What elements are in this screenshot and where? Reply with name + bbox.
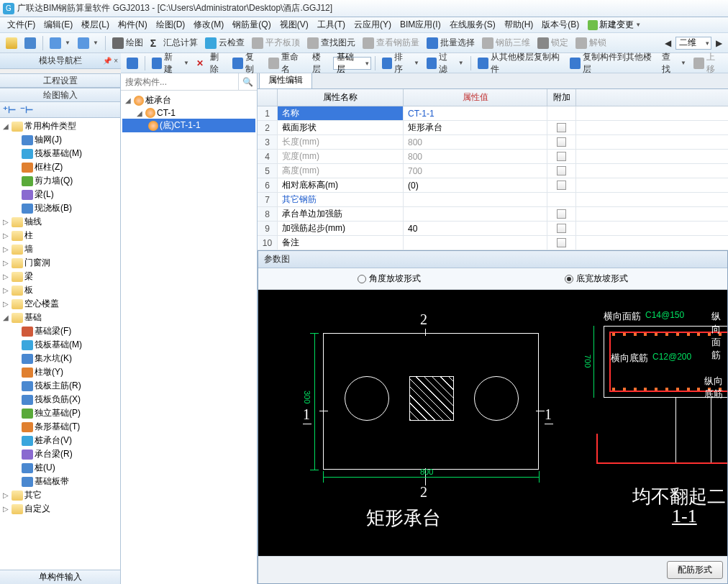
copyto-button[interactable]: 复制构件到其他楼层 [567, 50, 658, 77]
unlock-button[interactable]: 解锁 [573, 35, 609, 50]
up-button[interactable]: 上移 [691, 50, 725, 77]
radio-angle[interactable]: 角度放坡形式 [358, 273, 421, 285]
property-row[interactable]: 5高度(mm)700 [258, 164, 728, 178]
proj-settings[interactable]: 工程设置 [0, 73, 120, 88]
rename-button[interactable]: 重命名 [265, 50, 308, 77]
property-row[interactable]: 3长度(mm)800 [258, 135, 728, 150]
sort-button[interactable]: 排序▼ [379, 50, 422, 77]
tree-node[interactable]: 桩承台(V) [0, 434, 120, 447]
property-row[interactable]: 1名称CT-1-1 [258, 106, 728, 121]
menu-modify[interactable]: 修改(M) [189, 17, 228, 32]
find-button[interactable]: 查找▼ [659, 50, 689, 77]
pin-icon[interactable]: 📌 × [103, 57, 118, 65]
draw-input[interactable]: 绘图输入 [0, 88, 120, 102]
tree-node[interactable]: 现浇板(B) [0, 201, 120, 215]
new-button[interactable]: 新建▼ [149, 50, 192, 77]
expand-icon[interactable]: ⁺⊢ [3, 104, 16, 115]
menu-view[interactable]: 视图(V) [276, 17, 313, 32]
tree-node[interactable]: 框柱(Z) [0, 160, 120, 174]
menu-component[interactable]: 构件(N) [114, 17, 152, 32]
redo-button[interactable]: ▼ [75, 36, 101, 50]
single-input-tab[interactable]: 单构件输入 [0, 570, 121, 584]
tree-node[interactable]: ▷自定义 [0, 502, 120, 516]
view-prev[interactable]: ◀ [662, 37, 674, 50]
tree-node[interactable]: ◢基础 [0, 311, 120, 324]
flat-button[interactable]: 平齐板顶 [249, 35, 303, 50]
tree-node[interactable]: ▷墙 [0, 242, 120, 256]
draw-button[interactable]: 绘图 [109, 35, 146, 50]
rebar-form-button[interactable]: 配筋形式 [667, 561, 723, 579]
view-rebar-button[interactable]: 查看钢筋量 [360, 35, 422, 50]
save-button[interactable] [22, 36, 39, 50]
tree-node[interactable]: 基础梁(F) [0, 324, 120, 338]
property-row[interactable]: 6相对底标高(m)(0) [258, 178, 728, 193]
checkbox[interactable] [557, 181, 566, 190]
tree-node[interactable]: ▷空心楼盖 [0, 297, 120, 311]
tree-node[interactable]: 基础板带 [0, 475, 120, 488]
sum-button[interactable]: Σ 汇总计算 [147, 35, 201, 50]
tree-node[interactable]: ▷板 [0, 283, 120, 297]
tree-node[interactable]: 集水坑(K) [0, 352, 120, 365]
search-input[interactable] [121, 73, 238, 90]
tree-leaf-selected[interactable]: (底)CT-1-1 [122, 119, 255, 132]
rebar3d-button[interactable]: 钢筋三维 [479, 35, 533, 50]
checkbox[interactable] [557, 238, 566, 247]
tree-node[interactable]: 独立基础(P) [0, 406, 120, 420]
tree-node[interactable]: ◢常用构件类型 [0, 119, 120, 133]
view-next[interactable]: ▶ [713, 37, 725, 50]
tree-node[interactable]: ▷其它 [0, 488, 120, 502]
menu-tool[interactable]: 工具(T) [313, 17, 350, 32]
tree-node[interactable]: 柱墩(Y) [0, 365, 120, 379]
menu-version[interactable]: 版本号(B) [537, 17, 583, 32]
checkbox[interactable] [557, 137, 566, 147]
menu-help[interactable]: 帮助(H) [500, 17, 538, 32]
view-combo[interactable]: 二维 [675, 37, 711, 50]
checkbox[interactable] [557, 209, 566, 219]
menu-draw[interactable]: 绘图(D) [152, 17, 190, 32]
menu-file[interactable]: 文件(F) [3, 17, 40, 32]
property-row[interactable]: 4宽度(mm)800 [258, 150, 728, 164]
tree-node[interactable]: ▷梁 [0, 270, 120, 283]
tree-node[interactable]: 承台梁(R) [0, 447, 120, 461]
tree-node[interactable]: ▷门窗洞 [0, 256, 120, 270]
undo-button[interactable]: ▼ [47, 36, 73, 50]
property-row[interactable]: 7其它钢筋 [258, 193, 728, 207]
tree-node[interactable]: 筏板主筋(R) [0, 379, 120, 393]
copy-button[interactable]: 复制 [229, 50, 264, 77]
checkbox[interactable] [557, 123, 566, 132]
find-graph-button[interactable]: 查找图元 [304, 35, 358, 50]
copyfrom-button[interactable]: 从其他楼层复制构件 [475, 50, 565, 77]
tree-node[interactable]: 桩(U) [0, 461, 120, 475]
checkbox[interactable] [557, 152, 566, 161]
tree-node[interactable]: ▷柱 [0, 229, 120, 242]
property-row[interactable]: 8承台单边加强筋 [258, 207, 728, 222]
filter-button[interactable]: 过滤▼ [424, 50, 467, 77]
floor-combo[interactable]: 基础层 [333, 57, 371, 70]
tree-node[interactable]: 筏板基础(M) [0, 338, 120, 352]
instance-tree[interactable]: ◢桩承台 ◢CT-1 (底)CT-1-1 [121, 91, 257, 584]
batch-button[interactable]: 批量选择 [424, 35, 478, 50]
search-button[interactable]: 🔍 [238, 73, 257, 90]
tree-child[interactable]: ◢CT-1 [122, 107, 255, 119]
tab-property[interactable]: 属性编辑 [259, 73, 312, 88]
tree-node[interactable]: 梁(L) [0, 188, 120, 201]
cloud-check-button[interactable]: 云检查 [202, 35, 247, 50]
open-button[interactable] [3, 36, 20, 50]
checkbox[interactable] [557, 166, 566, 175]
menu-edit[interactable]: 编辑(E) [40, 17, 77, 32]
tree-node[interactable]: 剪力墙(Q) [0, 174, 120, 188]
new-change-button[interactable]: 新建变更▼ [588, 19, 641, 31]
checkbox[interactable] [557, 224, 566, 233]
tree-node[interactable]: 筏板负筋(X) [0, 393, 120, 406]
tree-root[interactable]: ◢桩承台 [122, 93, 255, 107]
lock-button[interactable]: 锁定 [534, 35, 571, 50]
tree-node[interactable]: 条形基础(T) [0, 420, 120, 434]
collapse-icon[interactable]: ⁻⊢ [20, 104, 33, 115]
component-tree[interactable]: ◢常用构件类型轴网(J)筏板基础(M)框柱(Z)剪力墙(Q)梁(L)现浇板(B)… [0, 118, 120, 584]
menu-cloud[interactable]: 云应用(Y) [350, 17, 396, 32]
menu-online[interactable]: 在线服务(S) [445, 17, 500, 32]
delete-button[interactable]: ✕ 删除 [194, 50, 228, 77]
property-row[interactable]: 9加强筋起步(mm)40 [258, 222, 728, 236]
menu-bim[interactable]: BIM应用(I) [396, 17, 445, 32]
tree-node[interactable]: ▷轴线 [0, 215, 120, 229]
